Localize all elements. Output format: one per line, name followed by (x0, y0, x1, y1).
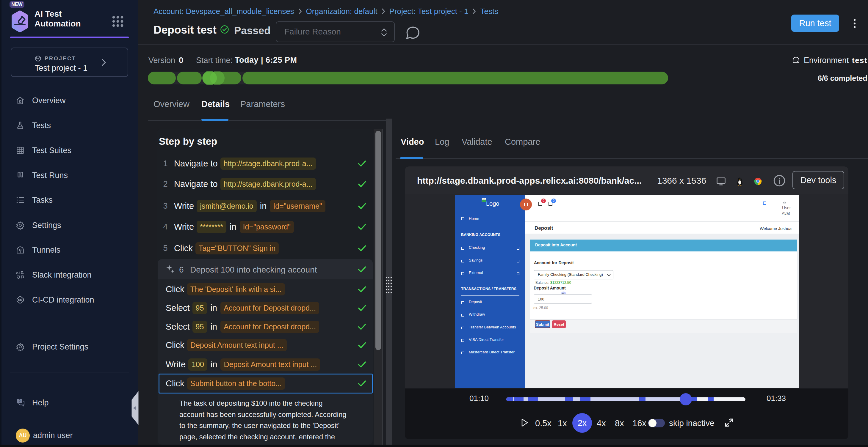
svg-text:?: ? (19, 399, 21, 403)
